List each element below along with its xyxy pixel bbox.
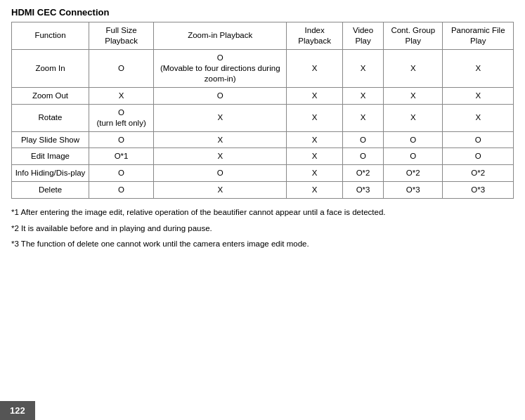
table-row: DeleteOXXO*3O*3O*3 <box>12 182 514 199</box>
table-cell-1-1: X <box>89 87 154 104</box>
table-cell-6-5: O*3 <box>384 182 443 199</box>
table-row: Zoom OutXOXXXX <box>12 87 514 104</box>
table-cell-2-3: X <box>287 104 343 131</box>
table-cell-5-3: X <box>287 165 343 182</box>
table-cell-4-1: O*1 <box>89 148 154 165</box>
table-cell-1-6: X <box>443 87 514 104</box>
table-cell-4-5: O <box>384 148 443 165</box>
table-cell-5-4: O*2 <box>343 165 384 182</box>
table-cell-5-2: O <box>154 165 287 182</box>
footnote-1: *1 After entering the image edit, relati… <box>11 206 514 218</box>
table-cell-0-3: X <box>287 49 343 87</box>
table-cell-4-6: O <box>443 148 514 165</box>
col-header-2: Zoom-in Playback <box>154 22 287 50</box>
table-cell-2-6: X <box>443 104 514 131</box>
table-cell-1-3: X <box>287 87 343 104</box>
table-cell-6-4: O*3 <box>343 182 384 199</box>
table-cell-5-5: O*2 <box>384 165 443 182</box>
table-cell-3-6: O <box>443 131 514 148</box>
table-cell-1-2: O <box>154 87 287 104</box>
table-cell-3-4: O <box>343 131 384 148</box>
table-cell-6-2: X <box>154 182 287 199</box>
table-cell-1-5: X <box>384 87 443 104</box>
table-cell-1-0: Zoom Out <box>12 87 89 104</box>
table-cell-2-0: Rotate <box>12 104 89 131</box>
table-cell-5-6: O*2 <box>443 165 514 182</box>
table-cell-5-0: Info Hiding/Dis-play <box>12 165 89 182</box>
table-cell-0-1: O <box>89 49 154 87</box>
table-cell-6-0: Delete <box>12 182 89 199</box>
col-header-1: Full Size Playback <box>89 22 154 50</box>
table-cell-6-6: O*3 <box>443 182 514 199</box>
table-row: Info Hiding/Dis-playOOXO*2O*2O*2 <box>12 165 514 182</box>
col-header-6: Panoramic File Play <box>443 22 514 50</box>
table-cell-3-1: O <box>89 131 154 148</box>
table-cell-3-5: O <box>384 131 443 148</box>
table-cell-4-2: X <box>154 148 287 165</box>
table-row: RotateO(turn left only)XXXXX <box>12 104 514 131</box>
table-cell-0-4: X <box>343 49 384 87</box>
table-cell-2-1: O(turn left only) <box>89 104 154 131</box>
table-row: Edit ImageO*1XXOOO <box>12 148 514 165</box>
table-cell-4-4: O <box>343 148 384 165</box>
table-cell-2-4: X <box>343 104 384 131</box>
table-cell-1-4: X <box>343 87 384 104</box>
table-cell-2-5: X <box>384 104 443 131</box>
table-cell-2-2: X <box>154 104 287 131</box>
table-row: Zoom InOO(Movable to four directions dur… <box>12 49 514 87</box>
col-header-0: Function <box>12 22 89 50</box>
footnote-2: *2 It is available before and in playing… <box>11 222 514 235</box>
table-cell-5-1: O <box>89 165 154 182</box>
table-cell-0-5: X <box>384 49 443 87</box>
table-row: Play Slide ShowOXXOOO <box>12 131 514 148</box>
footnote-3: *3 The function of delete one cannot wor… <box>11 237 514 250</box>
col-header-3: Index Playback <box>287 22 343 50</box>
feature-table: FunctionFull Size PlaybackZoom-in Playba… <box>11 22 514 199</box>
footnotes: *1 After entering the image edit, relati… <box>11 206 514 250</box>
table-cell-4-0: Edit Image <box>12 148 89 165</box>
table-cell-3-3: X <box>287 131 343 148</box>
col-header-4: Video Play <box>343 22 384 50</box>
table-cell-0-0: Zoom In <box>12 49 89 87</box>
table-cell-6-1: O <box>89 182 154 199</box>
col-header-5: Cont. Group Play <box>384 22 443 50</box>
page-title: HDMI CEC Connection <box>11 7 514 18</box>
table-cell-3-0: Play Slide Show <box>12 131 89 148</box>
table-cell-0-6: X <box>443 49 514 87</box>
table-cell-3-2: X <box>154 131 287 148</box>
table-cell-4-3: X <box>287 148 343 165</box>
table-cell-0-2: O(Movable to four directions during zoom… <box>154 49 287 87</box>
page-number: 122 <box>0 401 35 420</box>
table-cell-6-3: X <box>287 182 343 199</box>
